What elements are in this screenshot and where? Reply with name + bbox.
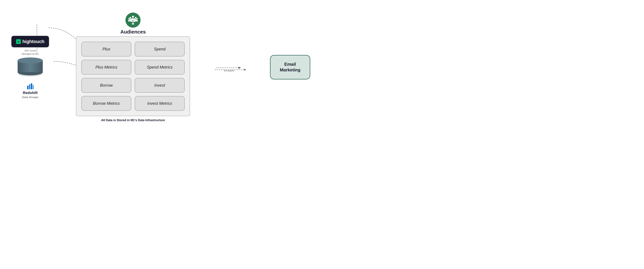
svg-point-16 xyxy=(136,18,138,19)
ssh-label: SSH Tunnel (Managed by M1) xyxy=(22,49,39,55)
connector-section: Encryption xyxy=(216,63,243,72)
svg-point-22 xyxy=(132,21,134,22)
redshift-svg-icon xyxy=(26,83,34,90)
grid-cell-borrow: Borrow xyxy=(81,78,131,93)
email-marketing-box: Email Marketing xyxy=(270,55,310,79)
svg-point-9 xyxy=(132,18,134,21)
hightouch-label: hightouch xyxy=(22,39,44,44)
redshift-sub: (Data Storage) xyxy=(22,96,38,99)
encryption-label: Encryption xyxy=(224,69,234,72)
grid-cell-borrow-metrics: Borrow Metrics xyxy=(81,96,131,111)
email-marketing-label: Email Marketing xyxy=(280,62,300,72)
svg-point-17 xyxy=(136,20,138,22)
hightouch-logo: hightouch xyxy=(12,36,49,47)
grid-footer: All Data is Stored in M1's Data Infrastr… xyxy=(101,118,165,122)
diagram-container: hightouch SSH Tunnel (Managed by M1) xyxy=(10,4,312,130)
grid-cell-plus-metrics: Plus Metrics xyxy=(81,60,131,75)
svg-point-8 xyxy=(132,16,134,18)
svg-rect-5 xyxy=(29,84,30,89)
redshift-name: Redshift xyxy=(23,91,38,95)
svg-marker-2 xyxy=(244,69,246,71)
svg-point-18 xyxy=(131,18,132,20)
svg-point-15 xyxy=(128,20,130,22)
svg-rect-7 xyxy=(33,85,34,89)
audiences-header: Audiences xyxy=(120,12,146,35)
redshift-section: Redshift (Data Storage) xyxy=(22,83,38,99)
grid-cell-spend: Spend xyxy=(135,42,185,56)
db-visual xyxy=(15,57,45,79)
svg-marker-25 xyxy=(238,67,241,69)
grid-container: Plus Spend Plus Metrics Spend Metrics Bo… xyxy=(76,36,190,116)
grid-cell-invest-metrics: Invest Metrics xyxy=(135,96,185,111)
redshift-icon xyxy=(26,83,34,90)
audiences-icon xyxy=(126,12,140,28)
right-section: Email Marketing xyxy=(268,55,312,79)
center-section: Audiences Plus Spend Plus Metrics Spend … xyxy=(76,12,190,122)
grid-cell-invest: Invest xyxy=(135,78,185,93)
hightouch-icon xyxy=(16,39,21,44)
audiences-title: Audiences xyxy=(120,29,146,35)
grid-cell-plus: Plus xyxy=(81,42,131,56)
svg-point-23 xyxy=(132,23,134,25)
grid-cell-spend-metrics: Spend Metrics xyxy=(135,60,185,75)
svg-point-19 xyxy=(130,20,132,22)
svg-rect-4 xyxy=(27,86,28,89)
left-section: hightouch SSH Tunnel (Managed by M1) xyxy=(10,36,50,98)
svg-point-20 xyxy=(134,18,135,20)
svg-point-10 xyxy=(130,17,131,18)
svg-point-12 xyxy=(135,17,136,18)
svg-point-14 xyxy=(128,18,130,19)
audiences-people-icon xyxy=(128,15,138,25)
svg-point-21 xyxy=(134,20,136,22)
svg-rect-6 xyxy=(31,83,32,89)
